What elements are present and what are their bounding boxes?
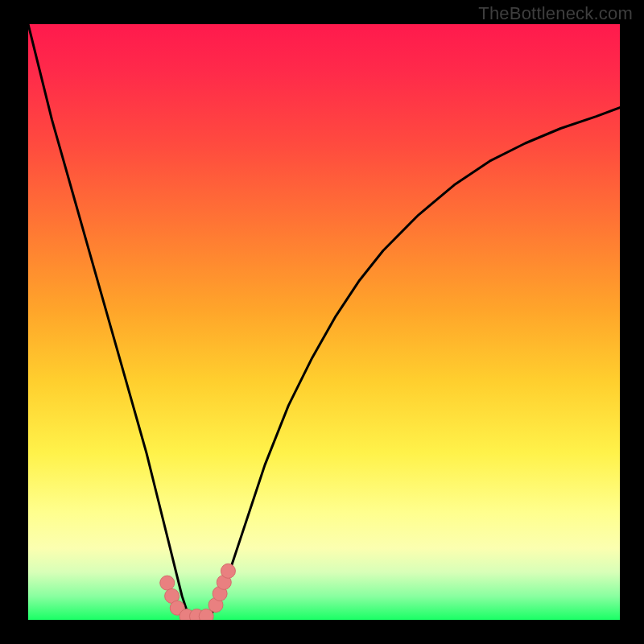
watermark-text: TheBottleneck.com — [478, 3, 633, 24]
chart-svg — [28, 24, 620, 620]
marker-dot — [221, 564, 235, 578]
bottleneck-curve — [28, 24, 620, 620]
curve-markers — [160, 564, 236, 620]
plot-area — [28, 24, 620, 620]
marker-dot — [160, 576, 175, 590]
outer-frame: TheBottleneck.com — [0, 0, 644, 644]
